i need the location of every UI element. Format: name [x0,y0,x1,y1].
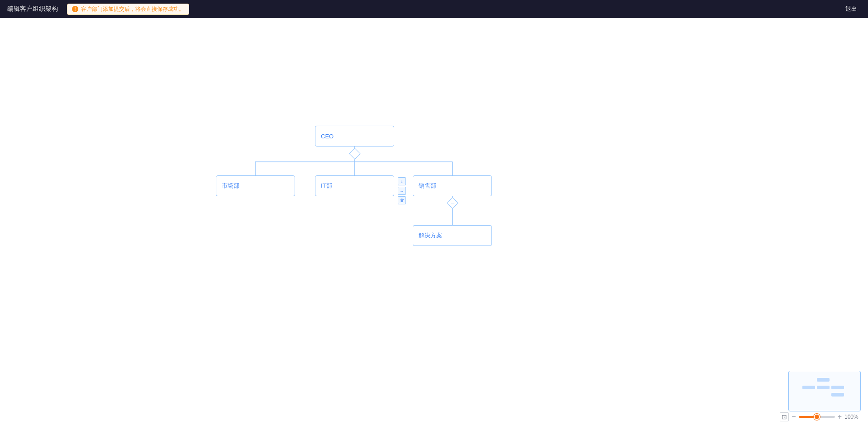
fit-view-button[interactable]: ⊡ [780,412,789,421]
market-node[interactable]: 市场部 [216,175,295,196]
zoom-percent: 100% [844,414,861,420]
ceo-collapse-button[interactable] [349,148,360,159]
org-chart: CEO 市场部 IT部 ↓ → 🗑 销售部 解决方案 [0,18,868,425]
zoom-plus-button[interactable]: + [838,413,842,421]
it-node-wrapper: IT部 ↓ → 🗑 [315,175,394,196]
solution-node[interactable]: 解决方案 [413,225,492,246]
minimap-market [802,386,815,389]
notice-text: 客户部门添加提交后，将会直接保存成功。 [81,5,184,13]
org-chart-canvas: CEO 市场部 IT部 ↓ → 🗑 销售部 解决方案 [0,18,868,425]
solution-label: 解决方案 [419,231,442,240]
connectors-svg [0,18,868,425]
zoom-slider[interactable] [799,416,835,418]
exit-button[interactable]: 退出 [842,3,861,15]
ceo-label: CEO [321,133,334,140]
notice-icon: ! [72,6,78,12]
it-action-buttons: ↓ → 🗑 [398,177,406,204]
sales-node[interactable]: 销售部 [413,175,492,196]
header: 编辑客户组织架构 ! 客户部门添加提交后，将会直接保存成功。 退出 [0,0,868,18]
minimap-it [817,386,830,389]
notice-banner: ! 客户部门添加提交后，将会直接保存成功。 [67,4,189,15]
it-move-down-button[interactable]: ↓ [398,177,406,185]
zoom-minus-button[interactable]: − [792,413,796,421]
zoom-controls: ⊡ − + 100% [780,412,861,421]
minimap-sales [831,386,844,389]
minimap-solution [831,393,844,397]
it-move-right-button[interactable]: → [398,187,406,195]
page-title: 编辑客户组织架构 [7,5,58,13]
minimap [788,371,861,411]
minimap-ceo [817,378,830,382]
it-label: IT部 [321,182,332,190]
it-node[interactable]: IT部 [315,175,394,196]
market-label: 市场部 [222,182,239,190]
sales-collapse-button[interactable] [447,197,458,208]
sales-label: 销售部 [419,182,436,190]
ceo-node[interactable]: CEO [315,126,394,146]
it-delete-button[interactable]: 🗑 [398,196,406,204]
